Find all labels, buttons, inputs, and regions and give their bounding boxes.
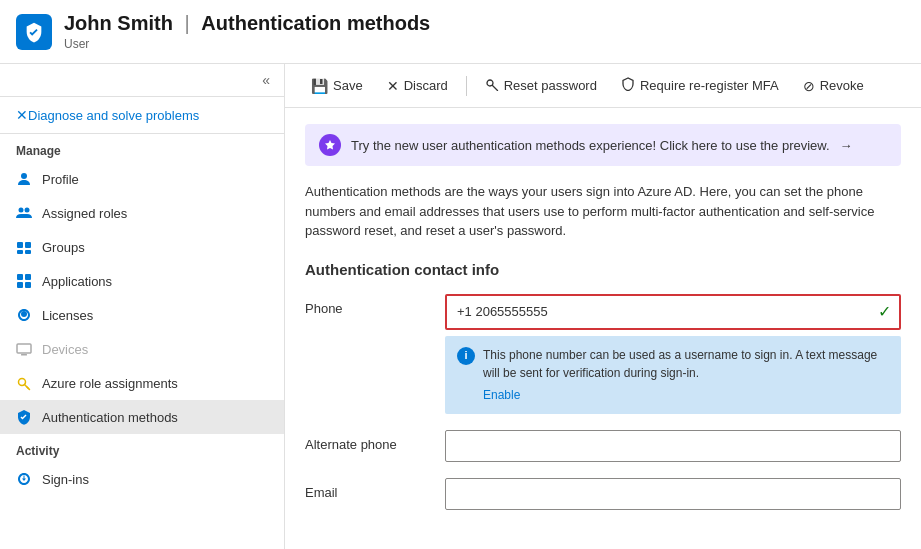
user-name: John Smith [64,12,173,34]
sidebar-item-sign-ins[interactable]: Sign-ins [0,462,284,496]
sidebar-item-azure-role[interactable]: Azure role assignments [0,366,284,400]
content-area: Try the new user authentication methods … [285,108,921,549]
person-icon [16,171,32,187]
svg-point-1 [19,208,24,213]
email-input[interactable] [445,478,901,510]
sidebar-item-profile[interactable]: Profile [0,162,284,196]
email-field-container [445,478,901,510]
azure-shield-icon [16,14,52,50]
info-box-content: This phone number can be used as a usern… [483,346,889,404]
page-section-title: Authentication methods [201,12,430,34]
svg-rect-5 [17,250,23,254]
svg-rect-6 [25,250,31,254]
manage-section-label: Manage [0,134,284,162]
toolbar-divider-1 [466,76,467,96]
phone-field-container: ✓ i This phone number can be used as a u… [445,294,901,414]
header-title: John Smith | Authentication methods [64,12,430,35]
sidebar-label-sign-ins: Sign-ins [42,472,89,487]
sidebar-item-licenses[interactable]: Licenses [0,298,284,332]
alternate-phone-input-wrapper [445,430,901,462]
diagnose-item[interactable]: ✕ Diagnose and solve problems [0,97,284,134]
reset-password-button[interactable]: Reset password [475,72,607,99]
svg-point-0 [21,173,27,179]
preview-banner[interactable]: Try the new user authentication methods … [305,124,901,166]
sidebar-item-auth-methods[interactable]: Authentication methods [0,400,284,434]
phone-input-border: ✓ [445,294,901,330]
svg-point-2 [25,208,30,213]
section-title: Authentication contact info [305,261,901,278]
sidebar-label-applications: Applications [42,274,112,289]
phone-info-box: i This phone number can be used as a use… [445,336,901,414]
sidebar: « ✕ Diagnose and solve problems Manage P… [0,64,285,549]
sidebar-label-licenses: Licenses [42,308,93,323]
activity-section-label: Activity [0,434,284,462]
svg-point-11 [21,311,27,317]
page-header: John Smith | Authentication methods User [0,0,921,64]
svg-rect-10 [25,282,31,288]
header-separator: | [185,12,190,34]
svg-rect-13 [21,354,27,356]
preview-icon [319,134,341,156]
revoke-icon: ⊘ [803,78,815,94]
save-label: Save [333,78,363,93]
header-subtitle: User [64,37,430,51]
info-box-text: This phone number can be used as a usern… [483,348,877,380]
sidebar-label-devices: Devices [42,342,88,357]
alternate-phone-row: Alternate phone [305,430,901,462]
main-content: 💾 Save ✕ Discard Reset password Require … [285,64,921,549]
reset-password-label: Reset password [504,78,597,93]
alternate-phone-input[interactable] [445,430,901,462]
alternate-phone-field-container [445,430,901,462]
key-icon [16,375,32,391]
discard-button[interactable]: ✕ Discard [377,73,458,99]
key-icon [485,77,499,94]
page-description: Authentication methods are the ways your… [305,182,901,241]
info-icon: i [457,347,475,365]
enable-link[interactable]: Enable [483,386,889,404]
email-input-wrapper [445,478,901,510]
sidebar-item-assigned-roles[interactable]: Assigned roles [0,196,284,230]
email-label: Email [305,478,445,500]
roles-icon [16,205,32,221]
discard-label: Discard [404,78,448,93]
licenses-icon [16,307,32,323]
svg-rect-3 [17,242,23,248]
svg-rect-4 [25,242,31,248]
revoke-label: Revoke [820,78,864,93]
signins-icon [16,471,32,487]
phone-label: Phone [305,294,445,316]
header-text: John Smith | Authentication methods User [64,12,430,51]
require-mfa-label: Require re-register MFA [640,78,779,93]
revoke-button[interactable]: ⊘ Revoke [793,73,874,99]
sidebar-label-azure-role: Azure role assignments [42,376,178,391]
collapse-button[interactable]: « [256,68,276,92]
preview-text: Try the new user authentication methods … [351,138,830,153]
sidebar-item-devices: Devices [0,332,284,366]
svg-rect-8 [25,274,31,280]
preview-arrow: → [840,138,853,153]
devices-icon [16,341,32,357]
phone-input-wrapper: ✓ [447,296,899,328]
svg-rect-12 [17,344,31,353]
phone-row: Phone ✓ i This phone number can be u [305,294,901,414]
sidebar-item-groups[interactable]: Groups [0,230,284,264]
email-row: Email [305,478,901,510]
apps-icon [16,273,32,289]
save-button[interactable]: 💾 Save [301,73,373,99]
mfa-icon [621,77,635,94]
sidebar-label-profile: Profile [42,172,79,187]
sidebar-item-applications[interactable]: Applications [0,264,284,298]
wrench-icon: ✕ [16,107,28,123]
sidebar-label-auth-methods: Authentication methods [42,410,178,425]
phone-input[interactable] [447,296,899,328]
diagnose-label: Diagnose and solve problems [28,108,199,123]
sidebar-label-assigned-roles: Assigned roles [42,206,127,221]
check-icon: ✓ [878,302,891,321]
require-mfa-button[interactable]: Require re-register MFA [611,72,789,99]
discard-icon: ✕ [387,78,399,94]
toolbar: 💾 Save ✕ Discard Reset password Require … [285,64,921,108]
sidebar-collapse-bar: « [0,64,284,97]
save-icon: 💾 [311,78,328,94]
sidebar-label-groups: Groups [42,240,85,255]
svg-rect-7 [17,274,23,280]
